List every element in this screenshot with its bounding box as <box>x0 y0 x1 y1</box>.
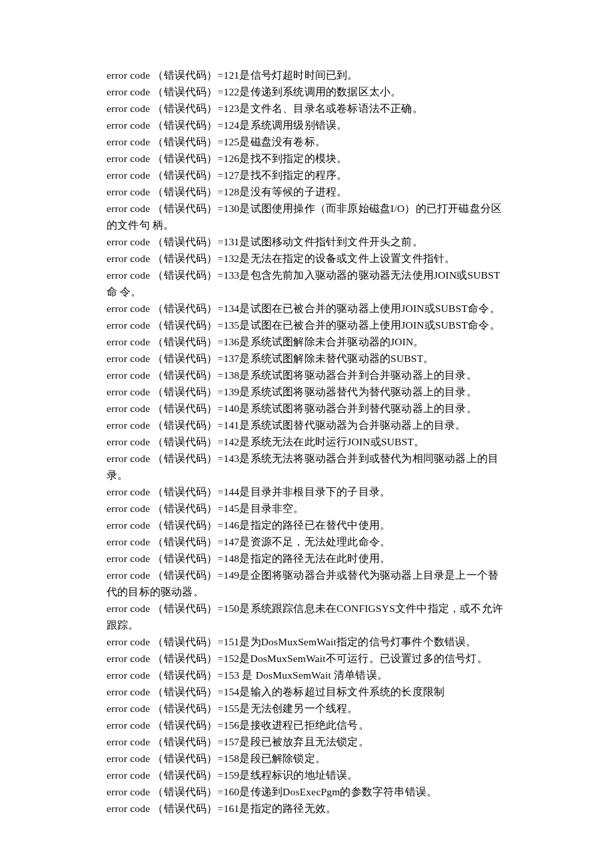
error-code-line: error code （错误代码）=135是试图在已被合并的驱动器上使用JOIN… <box>107 317 506 350</box>
error-code-line: error code （错误代码）=124是系统调用级别错误。 <box>107 117 506 133</box>
error-code-line: error code （错误代码）=132是无法在指定的设备或文件上设置文件指针… <box>107 250 506 267</box>
error-code-line: error code （错误代码）=142是系统无法在此时运行JOIN或SUBS… <box>107 433 506 450</box>
error-code-line: error code （错误代码）=147是资源不足，无法处理此命令。 <box>107 533 506 550</box>
error-code-line: error code （错误代码）=156是接收进程已拒绝此信号。 <box>107 717 506 733</box>
error-code-list: error code （错误代码）=121是信号灯超时时间已到。error co… <box>107 67 506 817</box>
error-code-line: error code （错误代码）=145是目录非空。 <box>107 500 506 517</box>
error-code-line: error code （错误代码）=148是指定的路径无法在此时使用。 <box>107 550 506 567</box>
error-code-line: error code （错误代码）=158是段已解除锁定。 <box>107 750 506 767</box>
error-code-line: error code （错误代码）=122是传递到系统调用的数据区太小。 <box>107 83 506 100</box>
error-code-line: error code （错误代码）=160是传递到DosExecPgm的参数字符… <box>107 783 506 800</box>
error-code-line: error code （错误代码）=161是指定的路径无效。 <box>107 800 506 817</box>
error-code-line: error code （错误代码）=157是段已被放弃且无法锁定。 <box>107 733 506 750</box>
error-code-line: error code （错误代码）=152是DosMuxSemWait不可运行。… <box>107 650 506 667</box>
error-code-line: error code （错误代码）=123是文件名、目录名或卷标语法不正确。 <box>107 100 506 117</box>
error-code-line: error code （错误代码）=134是试图在已被合并的驱动器上使用JOIN… <box>107 300 506 317</box>
error-code-line: error code （错误代码）=131是试图移动文件指针到文件开头之前。 <box>107 233 506 250</box>
error-code-line: error code （错误代码）=121是信号灯超时时间已到。 <box>107 67 506 83</box>
error-code-line: error code （错误代码）=146是指定的路径已在替代中使用。 <box>107 517 506 533</box>
error-code-line: error code （错误代码）=159是线程标识的地址错误。 <box>107 767 506 783</box>
error-code-line: error code （错误代码）=143是系统无法将驱动器合并到或替代为相同驱… <box>107 450 506 483</box>
error-code-line: error code （错误代码）=137是系统试图解除未替代驱动器的SUBST… <box>107 350 506 367</box>
error-code-line: error code （错误代码）=151是为DosMuxSemWait指定的信… <box>107 633 506 650</box>
error-code-line: error code （错误代码）=149是企图将驱动器合并或替代为驱动器上目录… <box>107 567 506 600</box>
error-code-line: error code （错误代码）=138是系统试图将驱动器合并到合并驱动器上的… <box>107 367 506 383</box>
error-code-line: error code （错误代码）=140是系统试图将驱动器合并到替代驱动器上的… <box>107 400 506 417</box>
error-code-line: error code （错误代码）=126是找不到指定的模块。 <box>107 150 506 167</box>
error-code-line: error code （错误代码）=133是包含先前加入驱动器的驱动器无法使用J… <box>107 267 506 300</box>
error-code-line: error code （错误代码）=125是磁盘没有卷标。 <box>107 133 506 150</box>
document-page: error code （错误代码）=121是信号灯超时时间已到。error co… <box>0 0 613 868</box>
error-code-line: error code （错误代码）=141是系统试图替代驱动器为合并驱动器上的目… <box>107 417 506 433</box>
error-code-line: error code （错误代码）=155是无法创建另一个线程。 <box>107 700 506 717</box>
error-code-line: error code （错误代码）=130是试图使用操作（而非原始磁盘I/O）的… <box>107 200 506 233</box>
error-code-line: error code （错误代码）=139是系统试图将驱动器替代为替代驱动器上的… <box>107 383 506 400</box>
error-code-line: error code （错误代码）=127是找不到指定的程序。 <box>107 167 506 183</box>
error-code-line: error code （错误代码）=150是系统跟踪信息未在CONFIGSYS文… <box>107 600 506 633</box>
error-code-line: error code （错误代码）=128是没有等候的子进程。 <box>107 183 506 200</box>
error-code-line: error code （错误代码）=144是目录并非根目录下的子目录。 <box>107 483 506 500</box>
error-code-line: error code （错误代码）=154是输入的卷标超过目标文件系统的长度限制 <box>107 683 506 700</box>
error-code-line: error code （错误代码）=153 是 DosMuxSemWait 清单… <box>107 667 506 683</box>
